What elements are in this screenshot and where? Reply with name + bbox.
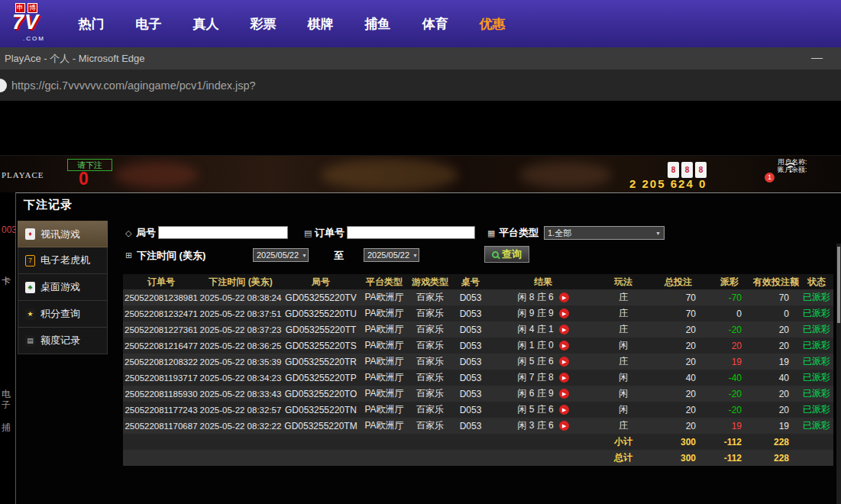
to-label: 至: [334, 249, 344, 263]
table-body: 2505220812389812025-05-22 08:38:24GD0532…: [123, 289, 833, 466]
sidebar-item-label: 额度记录: [40, 334, 80, 347]
cell-empty: 300: [650, 437, 707, 447]
url-text[interactable]: https://gci.7vvvvvv.com/agingame/pcv1/in…: [11, 79, 256, 92]
sidebar-item-额度记录[interactable]: ▤额度记录: [18, 328, 108, 354]
cell-time: 2025-05-22 08:37:51: [199, 309, 282, 318]
cell-result: 闲 3 庄 6▶: [490, 419, 597, 432]
bet-prompt-label: 请下注: [67, 159, 112, 171]
replay-button[interactable]: ▶: [559, 373, 569, 383]
nav-item-彩票[interactable]: 彩票: [235, 15, 292, 33]
cell-order: 250522081238981: [123, 293, 199, 302]
nav-item-捕鱼[interactable]: 捕鱼: [349, 15, 406, 33]
minimize-icon[interactable]: —: [811, 50, 823, 63]
cell-table: D053: [451, 341, 490, 351]
cell-play: 庄: [597, 291, 650, 304]
replay-button[interactable]: ▶: [559, 389, 569, 399]
table-row: 2505220811859302025-05-22 08:33:43GD0532…: [123, 386, 833, 402]
nav-item-棋牌[interactable]: 棋牌: [292, 15, 349, 33]
site-logo[interactable]: 申 博 7V .COM: [0, 0, 63, 47]
cell-round: GD053255220TR: [282, 357, 360, 367]
logo-text: 7V: [12, 11, 39, 34]
playing-card: 8: [668, 162, 679, 178]
result-text: 闲 7 庄 8: [517, 371, 553, 384]
nav-item-真人[interactable]: 真人: [177, 15, 235, 33]
cell-valid_bet: 20: [752, 389, 800, 399]
cell-table: D053: [451, 373, 490, 383]
total-row: 总计300-112228: [123, 450, 833, 466]
platform-select[interactable]: 1.全部 ▼: [544, 226, 665, 240]
cell-result: 闲 9 庄 9▶: [490, 307, 597, 320]
replay-button[interactable]: ▶: [559, 325, 569, 334]
cell-status: 已派彩: [800, 323, 833, 336]
cell-total_bet: 20: [650, 357, 707, 367]
cell-payout: -20: [707, 405, 752, 415]
cell-valid_bet: 20: [752, 341, 800, 351]
date-from-select[interactable]: 2025/05/22 ▼: [253, 248, 309, 262]
cell-time: 2025-05-22 08:32:57: [199, 405, 282, 415]
background-fragment: 卡: [2, 275, 11, 288]
play-icon: ▶: [562, 359, 566, 364]
playing-card: 8: [681, 162, 693, 178]
cell-status: 已派彩: [800, 355, 833, 368]
notification-badge: 1: [765, 173, 775, 183]
background-fragment: 003: [2, 225, 15, 235]
replay-button[interactable]: ▶: [559, 421, 569, 431]
cell-total_bet: 20: [650, 325, 707, 335]
cell-result: 闲 1 庄 0▶: [490, 339, 597, 352]
sidebar-menu: ♦视讯游戏7电子老虎机♣桌面游戏★积分查询▤额度记录: [18, 221, 108, 354]
bet-amount: 0: [79, 169, 89, 189]
column-header: 桌号: [451, 276, 490, 289]
nav-item-优惠[interactable]: 优惠: [464, 15, 521, 33]
cell-platform: PA欧洲厅: [360, 419, 409, 432]
points-search-icon: ★: [25, 309, 35, 320]
cell-play: 庄: [597, 419, 650, 432]
cell-game: 百家乐: [409, 419, 451, 432]
sidebar-item-积分查询[interactable]: ★积分查询: [18, 301, 108, 328]
cell-payout: 20: [707, 341, 752, 351]
records-table: 订单号下注时间 (美东)局号平台类型游戏类型桌号结果玩法总投注派彩有效投注额状态…: [123, 274, 833, 466]
date-to-select[interactable]: 2025/05/22 ▼: [364, 248, 419, 262]
table-row: 2505220811706872025-05-22 08:32:22GD0532…: [123, 418, 833, 434]
cell-table: D053: [451, 357, 490, 367]
order-input[interactable]: [347, 226, 475, 239]
cell-valid_bet: 0: [752, 309, 800, 319]
column-header: 总投注: [650, 276, 707, 289]
scrollbar-thumb[interactable]: [837, 247, 840, 323]
sidebar-item-label: 桌面游戏: [40, 280, 80, 294]
scrollbar[interactable]: [836, 244, 841, 504]
bet-records-panel: 下注记录 ♦视讯游戏7电子老虎机♣桌面游戏★积分查询▤额度记录 ◇ 局号 ▤ 订…: [15, 192, 841, 504]
nav-item-电子[interactable]: 电子: [120, 15, 177, 33]
replay-button[interactable]: ▶: [559, 357, 569, 367]
sidebar-item-桌面游戏[interactable]: ♣桌面游戏: [18, 274, 108, 301]
column-header: 平台类型: [360, 276, 409, 289]
result-text: 闲 6 庄 9: [517, 387, 553, 400]
result-text: 闲 5 庄 6: [517, 403, 553, 416]
replay-button[interactable]: ▶: [559, 405, 569, 415]
search-button-label: 查询: [502, 247, 522, 261]
cell-platform: PA欧洲厅: [360, 339, 409, 352]
cell-valid_bet: 70: [752, 292, 800, 303]
result-text: 闲 3 庄 6: [517, 419, 553, 432]
search-button[interactable]: 查询: [484, 246, 529, 263]
result-text: 闲 8 庄 6: [517, 291, 553, 304]
play-icon: ▶: [562, 375, 566, 380]
replay-button[interactable]: ▶: [559, 341, 569, 351]
cell-payout: 0: [707, 309, 752, 319]
replay-button[interactable]: ▶: [559, 309, 569, 318]
round-input[interactable]: [158, 226, 288, 239]
cell-game: 百家乐: [409, 323, 451, 336]
cell-order: 250522081170687: [123, 422, 199, 431]
cell-platform: PA欧洲厅: [360, 355, 409, 368]
logo-subtext: .COM: [23, 35, 45, 42]
replay-button[interactable]: ▶: [559, 292, 569, 302]
cell-total_bet: 70: [650, 292, 707, 303]
cell-platform: PA欧洲厅: [360, 371, 409, 384]
cell-table: D053: [451, 405, 490, 415]
nav-item-热门[interactable]: 热门: [63, 15, 120, 33]
sidebar-item-电子老虎机[interactable]: 7电子老虎机: [18, 247, 108, 274]
nav-item-体育[interactable]: 体育: [406, 15, 464, 33]
cell-game: 百家乐: [409, 355, 451, 368]
sidebar-item-label: 电子老虎机: [40, 254, 90, 267]
play-icon: ▶: [562, 343, 566, 348]
sidebar-item-视讯游戏[interactable]: ♦视讯游戏: [18, 221, 108, 247]
